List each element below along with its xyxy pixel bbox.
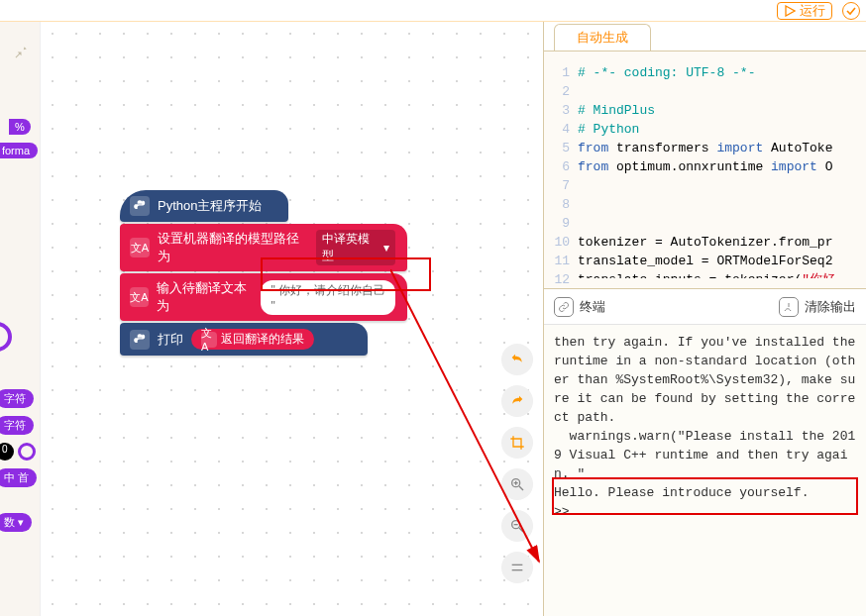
- zoom-in-button[interactable]: [501, 468, 533, 500]
- broom-icon: [779, 297, 799, 317]
- block-print[interactable]: 打印 文A 返回翻译的结果: [120, 323, 368, 356]
- chevron-down-icon: ▾: [383, 241, 389, 255]
- sidebar-pill-percent[interactable]: %: [9, 119, 31, 135]
- block-set-model-label: 设置机器翻译的模型路径为: [158, 230, 309, 265]
- block-input-label: 输入待翻译文本为: [157, 279, 254, 315]
- terminal-label: 终端: [580, 298, 605, 316]
- redo-button[interactable]: [501, 385, 533, 417]
- run-label: 运行: [800, 2, 825, 20]
- block-start-label: Python主程序开始: [158, 197, 262, 215]
- code-gutter: 12345678910111213: [544, 63, 578, 278]
- return-result-chip[interactable]: 文A 返回翻译的结果: [191, 329, 314, 350]
- top-header: 运行: [0, 0, 866, 22]
- sidebar-badge-zero: 0: [0, 443, 14, 461]
- block-stack: Python主程序开始 文A 设置机器翻译的模型路径为 中译英模型 ▾ 文A 输…: [120, 190, 407, 358]
- chevron-down-icon: ▾: [18, 516, 24, 529]
- code-area: 12345678910111213 # -*- coding: UTF-8 -*…: [544, 51, 866, 289]
- terminal-bar: 终端 清除输出: [544, 289, 866, 325]
- pin-icon[interactable]: [11, 42, 29, 63]
- python-icon: [130, 196, 150, 216]
- category-ring[interactable]: [0, 322, 12, 352]
- fit-button[interactable]: [501, 552, 533, 583]
- svg-marker-0: [786, 6, 795, 16]
- sidebar-cat-char2[interactable]: 字符: [0, 416, 34, 435]
- model-dropdown[interactable]: 中译英模型 ▾: [316, 230, 395, 265]
- translate-icon: 文A: [130, 238, 150, 257]
- code-lines[interactable]: # -*- coding: UTF-8 -*- # MindPlus# Pyth…: [578, 63, 866, 278]
- terminal-label-group: 终端: [554, 297, 605, 317]
- category-stack: 字符 字符 0 中 首 数 ▾: [0, 322, 40, 532]
- clear-label: 清除输出: [805, 298, 856, 316]
- svg-line-6: [519, 528, 523, 532]
- translate-icon: 文A: [130, 287, 149, 307]
- terminal-output[interactable]: then try again. If you've installed the …: [544, 325, 866, 616]
- run-button[interactable]: 运行: [777, 2, 832, 20]
- translate-icon: 文A: [201, 332, 217, 348]
- block-set-model[interactable]: 文A 设置机器翻译的模型路径为 中译英模型 ▾: [120, 224, 407, 271]
- play-icon: [784, 5, 796, 17]
- block-workspace[interactable]: Python主程序开始 文A 设置机器翻译的模型路径为 中译英模型 ▾ 文A 输…: [40, 22, 544, 616]
- code-tab-bar: 自动生成: [544, 22, 866, 51]
- clear-output-button[interactable]: 清除输出: [779, 297, 856, 317]
- zoom-out-button[interactable]: [501, 510, 533, 542]
- python-icon: [130, 330, 150, 350]
- sidebar-bottom[interactable]: 数 ▾: [0, 513, 32, 532]
- category-ring-small[interactable]: [18, 443, 36, 461]
- svg-line-2: [519, 486, 523, 490]
- translate-input-value[interactable]: " 你好，请介绍你自己 ": [261, 280, 395, 315]
- annotation-output-box: [552, 477, 858, 515]
- block-input-text[interactable]: 文A 输入待翻译文本为 " 你好，请介绍你自己 ": [120, 273, 407, 321]
- sidebar-pill-format[interactable]: forma: [0, 143, 38, 158]
- tab-autogen[interactable]: 自动生成: [554, 24, 651, 51]
- header-action-icon[interactable]: [842, 2, 860, 20]
- sidebar-cat-char1[interactable]: 字符: [0, 389, 34, 408]
- block-python-start[interactable]: Python主程序开始: [120, 190, 288, 222]
- crop-button[interactable]: [501, 427, 533, 459]
- tool-column: [501, 344, 533, 583]
- right-panel: 自动生成 12345678910111213 # -*- coding: UTF…: [544, 22, 866, 616]
- link-icon: [554, 297, 574, 317]
- undo-button[interactable]: [501, 344, 533, 375]
- sidebar-cat-index[interactable]: 中 首: [0, 468, 37, 487]
- block-print-label: 打印: [158, 331, 183, 349]
